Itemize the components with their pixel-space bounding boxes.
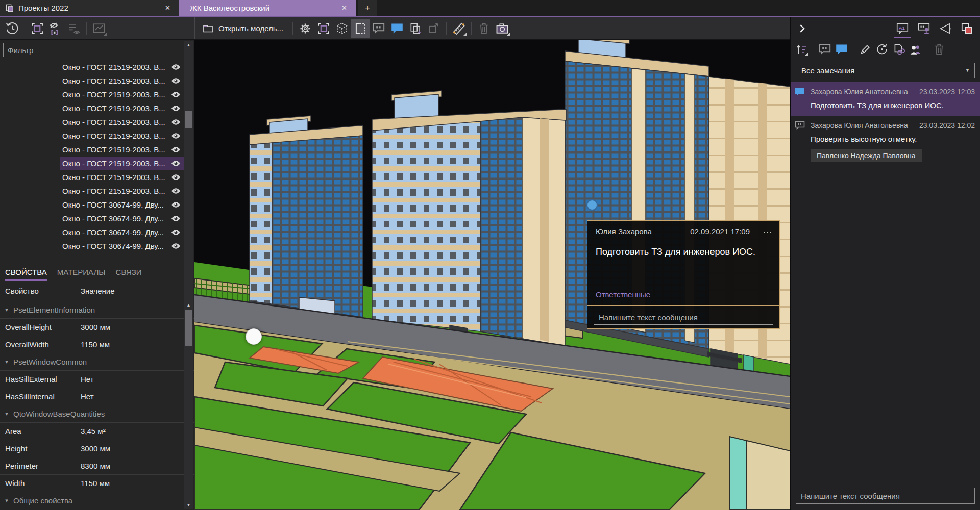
copy-view-icon[interactable] bbox=[406, 19, 425, 38]
tab-projects[interactable]: Проекты 2022 ✕ bbox=[0, 0, 179, 16]
tab-properties[interactable]: СВОЙСТВА bbox=[5, 263, 47, 280]
cube-icon[interactable] bbox=[333, 19, 351, 38]
issue-marker-blue[interactable] bbox=[586, 199, 598, 211]
property-row[interactable]: HasSillExternalНет bbox=[0, 370, 194, 388]
tree-item[interactable]: Окно - ГОСТ 30674-99. Дву... bbox=[60, 212, 185, 225]
tree-item[interactable]: Окно - ГОСТ 21519-2003. В... bbox=[60, 74, 185, 88]
property-row[interactable]: OverallWidth1150 мм bbox=[0, 336, 194, 353]
tree-item[interactable]: Окно - ГОСТ 21519-2003. В... bbox=[60, 60, 185, 74]
tree-item[interactable]: Окно - ГОСТ 30674-99. Дву... bbox=[60, 225, 185, 239]
responsible-link[interactable]: Ответственные bbox=[596, 290, 650, 299]
sort-icon[interactable] bbox=[793, 41, 810, 58]
hide-elements-icon[interactable] bbox=[46, 19, 65, 38]
collapse-panel-icon[interactable] bbox=[794, 18, 810, 39]
camera-icon[interactable] bbox=[493, 19, 511, 38]
property-group[interactable]: ▾Общие свойства bbox=[0, 492, 194, 509]
property-row[interactable]: HasSillInternalНет bbox=[0, 388, 194, 405]
megaphone-icon[interactable] bbox=[937, 18, 953, 39]
eye-icon[interactable] bbox=[171, 105, 182, 112]
3d-viewport[interactable]: Юлия Захарова 02.09.2021 17:09 ··· Подго… bbox=[194, 40, 790, 510]
message-input[interactable] bbox=[796, 488, 975, 504]
edit-icon[interactable] bbox=[856, 41, 873, 58]
tree-item[interactable]: Окно - ГОСТ 21519-2003. В... bbox=[60, 157, 185, 170]
tree-item[interactable]: Окно - ГОСТ 21519-2003. В... bbox=[60, 143, 185, 157]
tab-links[interactable]: СВЯЗИ bbox=[116, 263, 142, 280]
tree-item[interactable]: Окно - ГОСТ 21519-2003. В... bbox=[60, 170, 185, 184]
property-row[interactable]: Perimeter8300 мм bbox=[0, 457, 194, 474]
eye-icon[interactable] bbox=[171, 64, 182, 70]
property-row[interactable]: OverallHeight3000 мм bbox=[0, 318, 194, 336]
tree-item[interactable]: Окно - ГОСТ 30674-99. Дву... bbox=[60, 198, 185, 212]
visibility-list-icon[interactable] bbox=[65, 19, 83, 38]
eye-icon[interactable] bbox=[171, 119, 182, 125]
select-frame-icon[interactable] bbox=[28, 19, 46, 38]
scroll-thumb[interactable] bbox=[185, 111, 192, 128]
property-value: 3000 мм bbox=[81, 323, 110, 332]
close-icon[interactable]: ✕ bbox=[339, 3, 349, 13]
scroll-up-icon[interactable]: ▲ bbox=[184, 41, 193, 49]
tree-item[interactable]: Окно - ГОСТ 21519-2003. В... bbox=[60, 115, 185, 129]
property-row[interactable]: Height3000 мм bbox=[0, 440, 194, 457]
scroll-up-icon[interactable]: ▲ bbox=[184, 301, 193, 309]
eye-icon[interactable] bbox=[171, 215, 182, 222]
text-note-icon[interactable]: A1 bbox=[894, 18, 911, 39]
chart-icon[interactable] bbox=[90, 19, 108, 38]
properties-scrollbar[interactable]: ▲ ▼ bbox=[184, 301, 193, 509]
people-icon[interactable] bbox=[907, 41, 924, 58]
move-icon[interactable] bbox=[425, 19, 443, 38]
refresh-icon[interactable] bbox=[873, 41, 890, 58]
property-group[interactable]: ▾PsetElementInformation bbox=[0, 301, 194, 318]
tab-zk-vasileostrovsky[interactable]: ЖК Василеостровский ✕ bbox=[179, 0, 356, 16]
select-frame-icon[interactable] bbox=[314, 19, 333, 38]
eye-icon[interactable] bbox=[171, 78, 182, 84]
assignee-chip[interactable]: Павленко Надежда Павловна bbox=[811, 149, 922, 162]
eye-icon[interactable] bbox=[171, 174, 182, 181]
history-icon[interactable] bbox=[3, 19, 21, 38]
comment-person-icon[interactable] bbox=[916, 18, 932, 39]
comment-item[interactable]: Захарова Юлия Анатольевна23.03.2023 12:0… bbox=[791, 116, 980, 168]
eye-icon[interactable] bbox=[171, 201, 182, 208]
property-row[interactable]: Width1150 мм bbox=[0, 474, 194, 492]
property-row[interactable]: Area3,45 м² bbox=[0, 422, 194, 440]
filter-input[interactable] bbox=[3, 43, 189, 57]
close-icon[interactable]: ✕ bbox=[163, 3, 173, 13]
comment-quote-icon[interactable] bbox=[370, 19, 388, 38]
comment-filled-icon[interactable] bbox=[388, 19, 406, 38]
eye-icon[interactable] bbox=[171, 188, 182, 194]
comment-filled-icon[interactable] bbox=[833, 41, 850, 58]
new-tab-button[interactable]: + bbox=[358, 0, 377, 16]
gear-icon[interactable] bbox=[296, 19, 314, 38]
popup-message-input[interactable] bbox=[594, 310, 773, 325]
tree-item[interactable]: Окно - ГОСТ 21519-2003. В... bbox=[60, 184, 185, 198]
scroll-thumb[interactable] bbox=[185, 310, 192, 346]
eye-icon[interactable] bbox=[171, 160, 182, 167]
tree-item[interactable]: Окно - ГОСТ 21519-2003. В... bbox=[60, 129, 185, 143]
property-group[interactable]: ▾QtoWindowBaseQuantities bbox=[0, 405, 194, 422]
copy-link-icon[interactable] bbox=[890, 41, 907, 58]
property-group[interactable]: ▾PsetWindowCommon bbox=[0, 353, 194, 370]
eye-icon[interactable] bbox=[171, 91, 182, 98]
eye-icon[interactable] bbox=[171, 229, 182, 236]
more-icon[interactable]: ··· bbox=[763, 227, 772, 236]
tree-item[interactable]: Окно - ГОСТ 21519-2003. В... bbox=[60, 101, 185, 115]
measure-icon[interactable] bbox=[450, 19, 468, 38]
tab-materials[interactable]: МАТЕРИАЛЫ bbox=[57, 263, 106, 280]
scroll-down-icon[interactable]: ▼ bbox=[184, 501, 193, 509]
issue-marker-white[interactable] bbox=[246, 328, 262, 345]
trash-icon[interactable] bbox=[475, 19, 493, 38]
section-plane-icon[interactable] bbox=[351, 19, 370, 38]
eye-icon[interactable] bbox=[171, 133, 182, 139]
tree-item[interactable]: Окно - ГОСТ 21519-2003. В... bbox=[60, 88, 185, 101]
svg-text:A1: A1 bbox=[899, 25, 905, 31]
eye-icon[interactable] bbox=[171, 243, 182, 249]
comment-quote-icon[interactable] bbox=[816, 41, 833, 58]
open-model-button[interactable]: Открыть модель... bbox=[199, 19, 289, 38]
remarks-filter-dropdown[interactable]: Все замечания ▼ bbox=[796, 63, 975, 78]
main-toolbar: Открыть модель... bbox=[0, 17, 790, 40]
tree-item[interactable]: Окно - ГОСТ 30674-99. Дву... bbox=[60, 239, 185, 253]
overlap-squares-icon[interactable] bbox=[959, 18, 975, 39]
toolbar-center-group: Открыть модель... bbox=[194, 17, 790, 39]
comment-item[interactable]: Захарова Юлия Анатольевна23.03.2023 12:0… bbox=[791, 82, 980, 116]
trash-icon[interactable] bbox=[930, 41, 947, 58]
eye-icon[interactable] bbox=[171, 146, 182, 153]
